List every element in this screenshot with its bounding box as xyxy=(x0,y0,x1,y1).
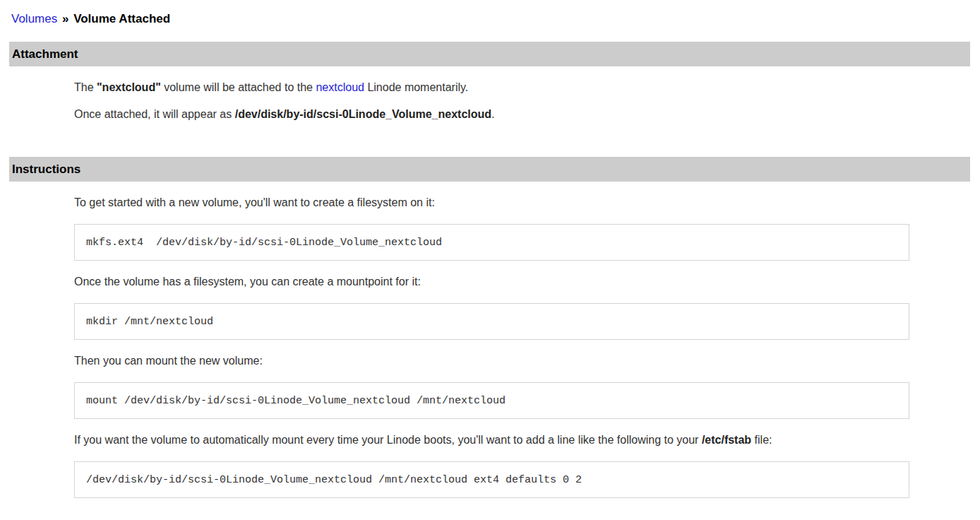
fstab-path-bold: /etc/fstab xyxy=(702,434,751,446)
breadcrumb: Volumes » Volume Attached xyxy=(0,0,980,26)
volume-name-bold: "nextcloud" xyxy=(97,81,161,93)
attachment-paragraph-1: The "nextcloud" volume will be attached … xyxy=(74,82,909,93)
attachment-paragraph-2: Once attached, it will appear as /dev/di… xyxy=(74,109,909,120)
section-header-attachment: Attachment xyxy=(9,42,970,66)
text-run: If you want the volume to automatically … xyxy=(74,434,702,446)
code-block-mkfs: mkfs.ext4 /dev/disk/by-id/scsi-0Linode_V… xyxy=(74,224,909,261)
instructions-paragraph-mount: Then you can mount the new volume: xyxy=(74,355,909,367)
code-block-fstab-line: /dev/disk/by-id/scsi-0Linode_Volume_next… xyxy=(74,461,909,498)
code-block-mount: mount /dev/disk/by-id/scsi-0Linode_Volum… xyxy=(74,382,909,419)
breadcrumb-separator: » xyxy=(57,12,73,25)
instructions-paragraph-fstab: If you want the volume to automatically … xyxy=(74,435,909,446)
nextcloud-linode-link[interactable]: nextcloud xyxy=(316,81,364,93)
attachment-section-body: The "nextcloud" volume will be attached … xyxy=(74,82,909,120)
device-path-bold: /dev/disk/by-id/scsi-0Linode_Volume_next… xyxy=(235,108,491,120)
instructions-paragraph-mountpoint: Once the volume has a filesystem, you ca… xyxy=(74,276,909,288)
code-block-mkdir: mkdir /mnt/nextcloud xyxy=(74,303,909,340)
instructions-paragraph-filesystem: To get started with a new volume, you'll… xyxy=(74,197,909,208)
text-run: Once attached, it will appear as xyxy=(74,108,235,120)
instructions-section-body: To get started with a new volume, you'll… xyxy=(74,197,909,498)
text-run: The xyxy=(74,81,97,93)
text-run: volume will be attached to the xyxy=(161,81,316,93)
text-run: file: xyxy=(751,434,772,446)
breadcrumb-volumes-link[interactable]: Volumes xyxy=(11,12,57,25)
breadcrumb-current-page: Volume Attached xyxy=(73,12,170,25)
text-run: . xyxy=(491,108,494,120)
section-header-instructions: Instructions xyxy=(9,157,970,182)
text-run: Linode momentarily. xyxy=(364,81,468,93)
